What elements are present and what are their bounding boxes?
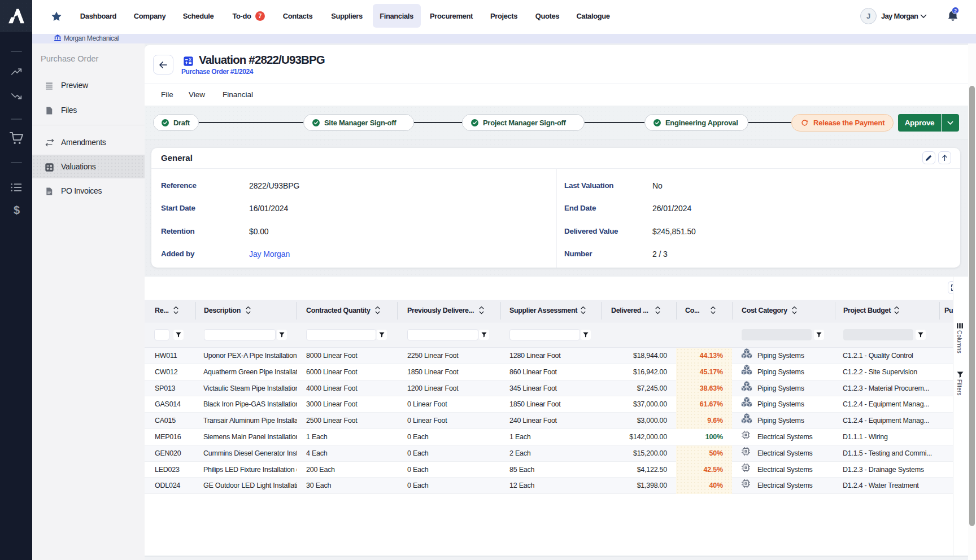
svg-text:$: $ — [14, 204, 20, 216]
